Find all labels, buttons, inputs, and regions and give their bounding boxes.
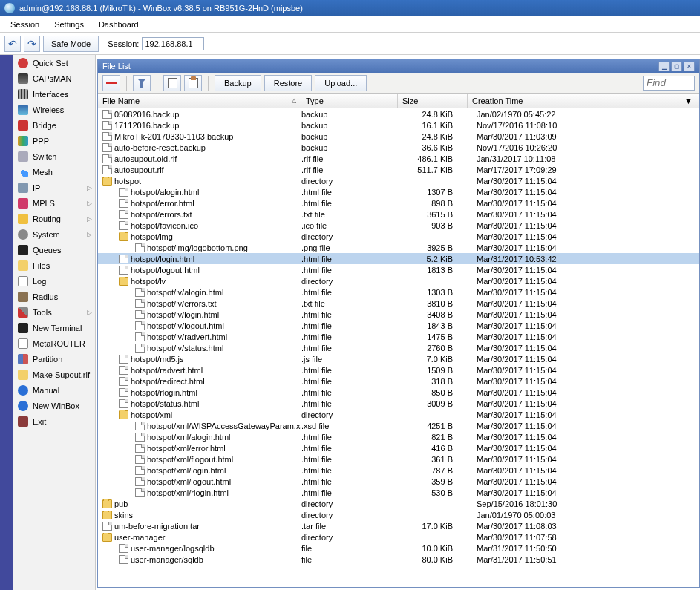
- sidebar-item-ppp[interactable]: PPP: [13, 133, 95, 148]
- sidebar-item-label: Switch: [33, 152, 56, 161]
- filewin-titlebar[interactable]: File List ▁ ▢ ✕: [98, 59, 699, 73]
- file-type: .ico file: [301, 221, 398, 230]
- filewin-maximize-button[interactable]: ▢: [671, 62, 682, 71]
- file-row[interactable]: hotspot/radvert.html.html file1509 BMar/…: [98, 364, 699, 376]
- sidebar-item-new-terminal[interactable]: New Terminal: [13, 320, 95, 335]
- filter-button[interactable]: [133, 75, 151, 91]
- session-input[interactable]: [142, 37, 204, 50]
- filewin-minimize-button[interactable]: ▁: [658, 62, 670, 71]
- file-row[interactable]: 17112016.backupbackup16.1 KiBNov/17/2016…: [98, 119, 699, 131]
- file-row[interactable]: hotspot/logout.html.html file1813 BMar/3…: [98, 264, 699, 275]
- sidebar-item-files[interactable]: Files: [13, 258, 95, 273]
- file-row[interactable]: hotspot/xml/alogin.html.html file821 BMa…: [98, 431, 699, 442]
- col-type-header[interactable]: Type: [301, 94, 398, 108]
- file-row[interactable]: skinsdirectoryJan/01/1970 05:00:03: [98, 509, 699, 520]
- file-row[interactable]: hotspot/redirect.html.html file318 BMar/…: [98, 376, 699, 387]
- file-row[interactable]: user-manager/sqldbfile80.0 KiBMar/31/201…: [98, 554, 699, 565]
- file-row[interactable]: hotspot/lv/login.html.html file3408 BMar…: [98, 309, 699, 320]
- sidebar-item-make-supout-rif[interactable]: Make Supout.rif: [13, 367, 95, 382]
- col-size-header[interactable]: Size: [398, 94, 468, 108]
- safe-mode-button[interactable]: Safe Mode: [43, 36, 99, 52]
- sidebar-item-interfaces[interactable]: Interfaces: [13, 86, 95, 102]
- file-row[interactable]: hotspot/errors.txt.txt file3615 BMar/30/…: [98, 209, 699, 220]
- sidebar-item-ip[interactable]: IP▷: [13, 180, 95, 195]
- sidebar-item-capsman[interactable]: CAPsMAN: [13, 71, 95, 86]
- file-row[interactable]: hotspot/lv/alogin.html.html file1303 BMa…: [98, 286, 699, 298]
- restore-button[interactable]: Restore: [264, 75, 313, 91]
- file-row[interactable]: hotspot/imgdirectoryMar/30/2017 11:15:04: [98, 231, 699, 242]
- sidebar-item-system[interactable]: System▷: [13, 226, 95, 242]
- sidebar-icon: [18, 198, 28, 209]
- sidebar-icon: [18, 214, 28, 224]
- file-row[interactable]: hotspot/lv/status.html.html file2760 BMa…: [98, 342, 699, 353]
- file-row[interactable]: hotspot/lv/logout.html.html file1843 BMa…: [98, 320, 699, 331]
- sidebar-item-wireless[interactable]: Wireless: [13, 102, 95, 117]
- sidebar-item-tools[interactable]: Tools▷: [13, 304, 95, 320]
- sidebar-item-metarouter[interactable]: MetaROUTER: [13, 335, 95, 351]
- col-menu-header[interactable]: ▼: [592, 94, 699, 108]
- sidebar-item-routing[interactable]: Routing▷: [13, 211, 95, 226]
- file-row[interactable]: hotspot/xml/login.html.html file787 BMar…: [98, 465, 699, 476]
- file-row[interactable]: hotspot/alogin.html.html file1307 BMar/3…: [98, 186, 699, 197]
- file-type: directory: [301, 177, 398, 186]
- file-row[interactable]: pubdirectorySep/15/2016 18:01:30: [98, 498, 699, 509]
- file-list[interactable]: 05082016.backupbackup24.8 KiBJan/02/1970…: [98, 108, 699, 587]
- sidebar-item-log[interactable]: Log: [13, 273, 95, 289]
- file-row[interactable]: hotspot/md5.js.js file7.0 KiBMar/30/2017…: [98, 353, 699, 364]
- copy-button[interactable]: [163, 75, 181, 91]
- file-row[interactable]: hotspot/lv/radvert.html.html file1475 BM…: [98, 331, 699, 342]
- file-row[interactable]: hotspot/lvdirectoryMar/30/2017 11:15:04: [98, 275, 699, 286]
- col-name-header[interactable]: File Name△: [98, 94, 301, 108]
- file-row[interactable]: user-managerdirectoryMar/30/2017 11:07:5…: [98, 531, 699, 543]
- file-row[interactable]: autosupout.old.rif.rif file486.1 KiBJan/…: [98, 153, 699, 164]
- file-row[interactable]: hotspot/img/logobottom.png.png file3925 …: [98, 242, 699, 253]
- file-type: .html file: [301, 321, 398, 330]
- file-row[interactable]: 05082016.backupbackup24.8 KiBJan/02/1970…: [98, 108, 699, 119]
- file-row[interactable]: MikroTik-20170330-1103.backupbackup24.8 …: [98, 131, 699, 142]
- filewin-close-button[interactable]: ✕: [684, 62, 695, 71]
- file-row[interactable]: hotspot/lv/errors.txt.txt file3810 BMar/…: [98, 298, 699, 309]
- backup-button[interactable]: Backup: [215, 75, 261, 91]
- sidebar-item-switch[interactable]: Switch: [13, 148, 95, 164]
- menu-settings[interactable]: Settings: [47, 18, 91, 31]
- file-type: .rif file: [301, 154, 398, 163]
- file-row[interactable]: user-manager/logsqldbfile10.0 KiBMar/31/…: [98, 543, 699, 554]
- file-row[interactable]: hotspot/status.html.html file3009 BMar/3…: [98, 398, 699, 409]
- file-row[interactable]: hotspot/xml/flogout.html.html file361 BM…: [98, 453, 699, 465]
- sidebar-item-radius[interactable]: Radius: [13, 289, 95, 304]
- paste-button[interactable]: [184, 75, 202, 91]
- file-icon: [102, 165, 112, 174]
- file-row[interactable]: hotspot/error.html.html file898 BMar/30/…: [98, 197, 699, 209]
- file-row[interactable]: hotspot/rlogin.html.html file850 BMar/30…: [98, 387, 699, 398]
- undo-button[interactable]: ↶: [4, 36, 21, 52]
- sidebar-item-queues[interactable]: Queues: [13, 242, 95, 258]
- sidebar-item-exit[interactable]: Exit: [13, 413, 95, 429]
- file-row[interactable]: autosupout.rif.rif file511.7 KiBMar/17/2…: [98, 164, 699, 175]
- sidebar-item-quick-set[interactable]: Quick Set: [13, 55, 95, 71]
- find-input[interactable]: [643, 76, 695, 91]
- file-row[interactable]: hotspot/favicon.ico.ico file903 BMar/30/…: [98, 220, 699, 231]
- file-row[interactable]: hotspot/xmldirectoryMar/30/2017 11:15:04: [98, 409, 699, 420]
- redo-button[interactable]: ↷: [24, 36, 40, 52]
- file-row[interactable]: hotspot/xml/WISPAccessGatewayParam.xsd.x…: [98, 420, 699, 431]
- col-ctime-header[interactable]: Creation Time: [468, 94, 592, 108]
- sidebar-item-mpls[interactable]: MPLS▷: [13, 195, 95, 211]
- sidebar-item-mesh[interactable]: Mesh: [13, 164, 95, 180]
- sidebar-item-manual[interactable]: Manual: [13, 382, 95, 398]
- file-row[interactable]: hotspot/xml/error.html.html file416 BMar…: [98, 442, 699, 453]
- menu-session[interactable]: Session: [3, 18, 47, 31]
- sidebar-item-bridge[interactable]: Bridge: [13, 117, 95, 133]
- file-type: .html file: [301, 388, 398, 397]
- file-row[interactable]: hotspotdirectoryMar/30/2017 11:15:04: [98, 175, 699, 186]
- menu-dashboard[interactable]: Dashboard: [91, 18, 146, 31]
- file-row[interactable]: hotspot/xml/logout.html.html file359 BMa…: [98, 476, 699, 487]
- sidebar-item-new-winbox[interactable]: New WinBox: [13, 398, 95, 413]
- remove-button[interactable]: [102, 75, 120, 91]
- file-row[interactable]: auto-before-reset.backupbackup36.6 KiBNo…: [98, 142, 699, 153]
- upload-button[interactable]: Upload...: [315, 75, 367, 91]
- file-row[interactable]: hotspot/xml/rlogin.html.html file530 BMa…: [98, 487, 699, 498]
- file-row[interactable]: um-before-migration.tar.tar file17.0 KiB…: [98, 520, 699, 531]
- sidebar-item-partition[interactable]: Partition: [13, 351, 95, 367]
- file-type: .tar file: [301, 522, 398, 531]
- file-row[interactable]: hotspot/login.html.html file5.2 KiBMar/3…: [98, 253, 699, 264]
